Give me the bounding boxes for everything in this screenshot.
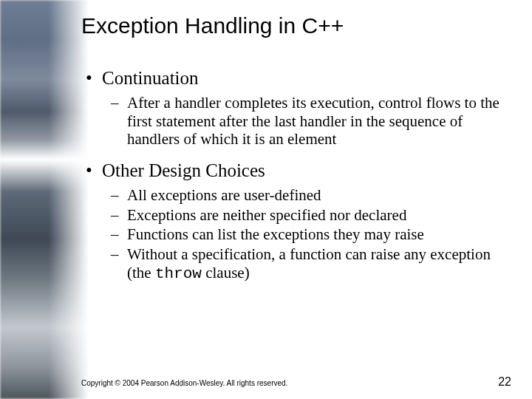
slide-title: Exception Handling in C++ [81,13,511,38]
slide-content: Exception Handling in C++ Continuation A… [81,13,511,386]
sub-bullet-list: All exceptions are user-defined Exceptio… [102,186,511,284]
bullet-text: Other Design Choices [102,160,265,180]
slide-footer: Copyright © 2004 Pearson Addison-Wesley.… [81,375,511,389]
sub-bullet-list: After a handler completes its execution,… [102,94,511,149]
sub-bullet-item: Functions can list the exceptions they m… [111,225,511,244]
page-number: 22 [498,375,511,389]
mountain-sidebar-image [0,0,89,399]
bullet-list: Continuation After a handler completes i… [81,68,511,284]
sub-bullet-text-suffix: clause) [202,264,250,282]
bullet-text: Continuation [102,68,199,88]
code-keyword: throw [155,265,202,282]
sub-bullet-item: All exceptions are user-defined [111,186,511,205]
bullet-item: Other Design Choices All exceptions are … [86,160,511,284]
sub-bullet-item: Without a specification, a function can … [111,245,511,284]
sub-bullet-item: After a handler completes its execution,… [111,94,511,149]
bullet-item: Continuation After a handler completes i… [86,68,511,149]
copyright-text: Copyright © 2004 Pearson Addison-Wesley.… [81,379,287,387]
sub-bullet-item: Exceptions are neither specified nor dec… [111,206,511,225]
